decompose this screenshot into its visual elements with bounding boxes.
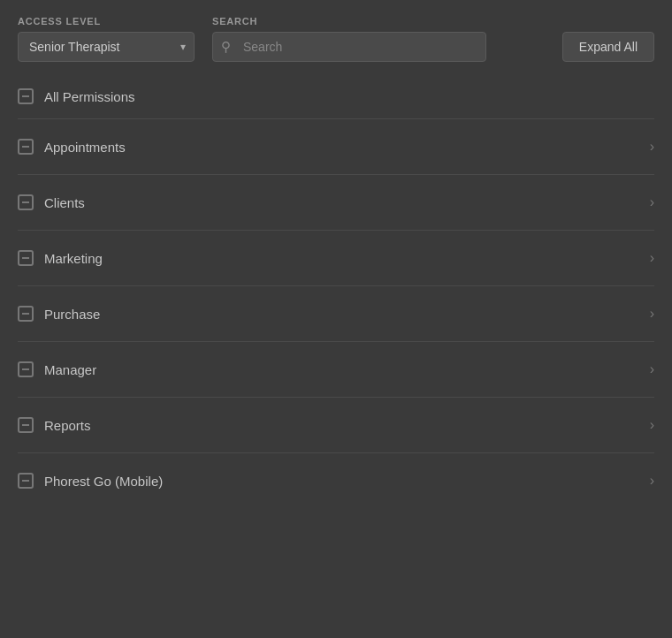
permission-item-purchase[interactable]: Purchase › — [18, 286, 654, 342]
permission-name-manager: Manager — [44, 362, 96, 377]
search-input[interactable] — [212, 32, 486, 62]
permission-item-marketing[interactable]: Marketing › — [18, 231, 654, 286]
permission-left-clients: Clients — [18, 194, 85, 210]
permission-item-all-permissions[interactable]: All Permissions — [18, 74, 654, 119]
permission-name-clients: Clients — [44, 195, 85, 210]
checkbox-icon-phorest-go — [18, 473, 34, 489]
checkbox-icon-all-permissions — [18, 88, 34, 104]
permission-left: All Permissions — [18, 88, 135, 104]
access-level-label: ACCESS LEVEL — [18, 16, 195, 27]
access-level-select[interactable]: Senior Therapist Junior Therapist Manage… — [18, 32, 195, 62]
chevron-right-icon-manager: › — [650, 361, 654, 377]
permission-name-all-permissions: All Permissions — [44, 89, 135, 104]
access-level-select-wrapper: Senior Therapist Junior Therapist Manage… — [18, 32, 195, 62]
chevron-right-icon-purchase: › — [650, 306, 654, 322]
header-right: Expand All — [562, 32, 654, 62]
permission-left-manager: Manager — [18, 361, 96, 377]
header-bar: ACCESS LEVEL Senior Therapist Junior The… — [0, 0, 672, 74]
checkbox-icon-reports — [18, 417, 34, 433]
access-level-group: ACCESS LEVEL Senior Therapist Junior The… — [18, 16, 195, 62]
permissions-list: All Permissions Appointments › Clients ›… — [0, 74, 672, 508]
checkbox-icon-purchase — [18, 306, 34, 322]
expand-all-button[interactable]: Expand All — [562, 32, 654, 62]
permission-item-reports[interactable]: Reports › — [18, 398, 654, 453]
chevron-right-icon-appointments: › — [650, 139, 654, 155]
search-label: SEARCH — [212, 16, 486, 27]
permission-left-appointments: Appointments — [18, 139, 126, 155]
permission-item-appointments[interactable]: Appointments › — [18, 119, 654, 175]
checkbox-icon-clients — [18, 194, 34, 210]
chevron-right-icon-phorest-go: › — [650, 473, 654, 489]
chevron-right-icon-marketing: › — [650, 250, 654, 266]
permission-item-clients[interactable]: Clients › — [18, 175, 654, 231]
chevron-right-icon-reports: › — [650, 417, 654, 433]
search-group: SEARCH ⚲ — [212, 16, 486, 62]
checkbox-icon-marketing — [18, 250, 34, 266]
permission-name-reports: Reports — [44, 418, 91, 433]
search-wrapper: ⚲ — [212, 32, 486, 62]
permission-name-phorest-go: Phorest Go (Mobile) — [44, 474, 163, 489]
permission-name-appointments: Appointments — [44, 140, 126, 155]
permission-left-reports: Reports — [18, 417, 91, 433]
chevron-right-icon-clients: › — [650, 194, 654, 210]
permission-left-phorest-go: Phorest Go (Mobile) — [18, 473, 163, 489]
permission-left-purchase: Purchase — [18, 306, 100, 322]
permission-item-phorest-go[interactable]: Phorest Go (Mobile) › — [18, 453, 654, 508]
checkbox-icon-manager — [18, 361, 34, 377]
permission-item-manager[interactable]: Manager › — [18, 342, 654, 398]
permission-name-purchase: Purchase — [44, 307, 100, 322]
checkbox-icon-appointments — [18, 139, 34, 155]
permission-left-marketing: Marketing — [18, 250, 103, 266]
permission-name-marketing: Marketing — [44, 251, 103, 266]
